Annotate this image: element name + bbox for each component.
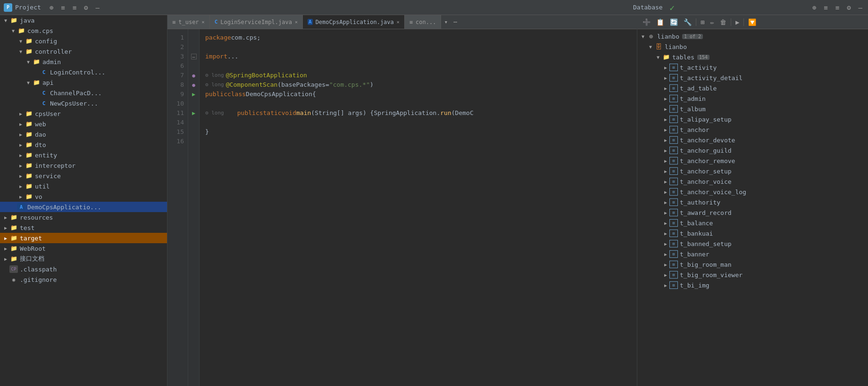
tree-item-webroot[interactable]: ▶ 📁 WebRoot: [0, 243, 167, 254]
db-table-t-activity[interactable]: ▶ ⊞ t_activity: [637, 62, 868, 73]
label-service: service: [35, 172, 61, 180]
gutter-9[interactable]: ▶: [188, 90, 199, 99]
run-icon-11[interactable]: ▶: [192, 110, 195, 116]
db-delete-btn[interactable]: 🗑: [718, 18, 728, 26]
db-table-t-album[interactable]: ▶ ⊞ t_album: [637, 104, 868, 114]
db-table-t-activity-detail[interactable]: ▶ ⊞ t_activity_detail: [637, 73, 868, 83]
db-table-t-authority[interactable]: ▶ ⊞ t_authority: [637, 197, 868, 207]
tree-item-web[interactable]: ▶ 📁 web: [0, 119, 167, 129]
db-table-t-anchor-remove[interactable]: ▶ ⊞ t_anchor_remove: [637, 156, 868, 166]
db-table-t-alipay-setup[interactable]: ▶ ⊞ t_alipay_setup: [637, 114, 868, 124]
db-table-t-anchor-devote[interactable]: ▶ ⊞ t_anchor_devote: [637, 135, 868, 145]
tree-item-logincontrol[interactable]: C LoginControl...: [0, 67, 167, 77]
tree-item-admin[interactable]: ▼ 📁 admin: [0, 57, 167, 67]
db-table-t-admin[interactable]: ▶ ⊞ t_admin: [637, 93, 868, 104]
label-test: test: [20, 224, 34, 231]
db-table-t-anchor[interactable]: ▶ ⊞ t_anchor: [637, 124, 868, 135]
db-minimize-icon[interactable]: —: [857, 3, 864, 12]
tree-item-democps[interactable]: A DemoCpsApplicatio...: [0, 202, 167, 212]
tree-item-vo[interactable]: ▶ 📁 vo: [0, 191, 167, 202]
db-table-t-ad-table[interactable]: ▶ ⊞ t_ad_table: [637, 83, 868, 93]
sort-icon[interactable]: ≡: [59, 3, 67, 12]
tab-t-user[interactable]: ≡ t_user ✕: [167, 15, 210, 29]
gutter-11[interactable]: ▶: [188, 108, 199, 118]
line-6: 6: [169, 61, 184, 71]
minimize-icon[interactable]: —: [94, 3, 101, 12]
db-conn-lianbo[interactable]: ▼ ⊕ lianbo 1 of 2: [637, 31, 868, 41]
db-table-t-big-room-viewer[interactable]: ▶ ⊞ t_big_room_viewer: [637, 270, 868, 280]
tab-close-loginservice[interactable]: ✕: [295, 19, 298, 25]
db-edit-btn[interactable]: ✏: [709, 18, 715, 26]
db-refresh-btn[interactable]: 🔄: [668, 18, 679, 26]
db-badge-tables: 154: [697, 55, 709, 60]
bookmark-7: ●: [192, 73, 195, 79]
tree-item-newcpsuser[interactable]: C NewCpsUser...: [0, 98, 167, 108]
db-add-btn[interactable]: ➕: [641, 18, 652, 26]
db-settings-icon[interactable]: ⚙: [845, 3, 852, 12]
tree-item-test[interactable]: ▶ 📁 test: [0, 222, 167, 233]
tab-close-tuser[interactable]: ✕: [202, 19, 205, 25]
db-collapse-icon[interactable]: ≡: [834, 3, 841, 12]
db-run-btn[interactable]: ▶: [734, 18, 741, 26]
database-toolbar-icons: ⊕ ≡ ≡ ⚙ —: [810, 3, 864, 12]
settings-icon[interactable]: ⚙: [82, 3, 90, 12]
db-table-t-banned-setup[interactable]: ▶ ⊞ t_banned_setup: [637, 238, 868, 249]
kw-void: void: [282, 108, 296, 118]
tree-item-apidoc[interactable]: ▶ 📁 接口文档: [0, 254, 167, 264]
tab-con[interactable]: ≡ con...: [405, 15, 442, 29]
globe-icon[interactable]: ⊕: [48, 3, 55, 12]
tree-item-controller[interactable]: ▼ 📁 controller: [0, 46, 167, 57]
folder-icon-comcps: 📁: [17, 27, 25, 34]
db-tables-folder[interactable]: ▼ 📁 tables 154: [637, 52, 868, 62]
tree-item-channelpac[interactable]: C ChannelPacD...: [0, 88, 167, 98]
tab-dropdown[interactable]: ▾: [441, 18, 451, 25]
gutter-3[interactable]: —: [188, 52, 199, 61]
db-globe-icon[interactable]: ⊕: [810, 3, 818, 12]
db-table-t-bi-img[interactable]: ▶ ⊞ t_bi_img: [637, 280, 868, 290]
tree-item-resources[interactable]: ▶ 📁 resources: [0, 212, 167, 222]
tree-item-target[interactable]: ▶ 📁 target: [0, 233, 167, 243]
tab-close-democps[interactable]: ✕: [397, 19, 400, 25]
db-sort-icon[interactable]: ≡: [822, 3, 829, 12]
label-newcpsuser: NewCpsUser...: [50, 100, 98, 107]
db-copy-btn[interactable]: 📋: [655, 18, 666, 26]
tree-item-cpsuser[interactable]: ▶ 📁 cpsUser: [0, 108, 167, 119]
db-table-t-banner[interactable]: ▶ ⊞ t_banner: [637, 249, 868, 259]
tree-item-config[interactable]: ▼ 📁 config: [0, 36, 167, 46]
db-table-t-anchor-voice-log[interactable]: ▶ ⊞ t_anchor_voice_log: [637, 187, 868, 197]
db-table-t-anchor-setup[interactable]: ▶ ⊞ t_anchor_setup: [637, 166, 868, 176]
tree-item-gitignore[interactable]: ◉ .gitignore: [0, 274, 167, 285]
db-table-t-award-record[interactable]: ▶ ⊞ t_award_record: [637, 207, 868, 218]
db-toolbar: ➕ 📋 🔄 🔧 ⊞ ✏ 🗑 ▶ 🔽: [637, 15, 868, 29]
db-filter-btn[interactable]: 🔽: [747, 18, 758, 26]
tree-item-dao[interactable]: ▶ 📁 dao: [0, 129, 167, 140]
db-arrow-t-big-room-viewer: ▶: [662, 272, 669, 278]
run-icon-9[interactable]: ▶: [192, 91, 195, 98]
db-table-btn[interactable]: ⊞: [699, 18, 706, 26]
tab-loginservice[interactable]: C LoginServiceImpl.java ✕: [210, 15, 303, 29]
tab-democps[interactable]: A DemoCpsApplication.java ✕: [303, 15, 405, 29]
db-table-t-bankuai[interactable]: ▶ ⊞ t_bankuai: [637, 228, 868, 238]
arrow-cpsuser: ▶: [17, 111, 25, 116]
tree-item-util[interactable]: ▶ 📁 util: [0, 181, 167, 191]
folder-icon-vo: 📁: [25, 193, 33, 200]
db-table-t-anchor-voice[interactable]: ▶ ⊞ t_anchor_voice: [637, 176, 868, 187]
tree-item-classpath[interactable]: CP .classpath: [0, 264, 167, 274]
db-schema-lianbo[interactable]: ▼ 🗄 lianbo: [637, 41, 868, 52]
tree-item-dto[interactable]: ▶ 📁 dto: [0, 140, 167, 150]
db-table-t-anchor-guild[interactable]: ▶ ⊞ t_anchor_guild: [637, 145, 868, 156]
tree-item-java[interactable]: ▼ 📁 java: [0, 15, 167, 25]
tree-item-entity[interactable]: ▶ 📁 entity: [0, 150, 167, 160]
collapse-icon[interactable]: ≡: [71, 3, 78, 12]
tree-item-service[interactable]: ▶ 📁 service: [0, 171, 167, 181]
tab-overflow[interactable]: ⋯: [451, 18, 460, 25]
db-table-t-balance[interactable]: ▶ ⊞ t_balance: [637, 218, 868, 228]
db-tree: ▼ ⊕ lianbo 1 of 2 ▼ 🗄 lianbo ▼ 📁 tables …: [637, 29, 868, 386]
tree-item-api[interactable]: ▼ 📁 api: [0, 77, 167, 88]
db-folder-icon-tables: 📁: [662, 53, 670, 61]
collapse-icon[interactable]: —: [191, 54, 197, 59]
tree-item-interceptor[interactable]: ▶ 📁 interceptor: [0, 160, 167, 171]
db-table-t-big-room-man[interactable]: ▶ ⊞ t_big_room_man: [637, 259, 868, 270]
db-config-btn[interactable]: 🔧: [682, 18, 693, 26]
tree-item-comcps[interactable]: ▼ 📁 com.cps: [0, 25, 167, 36]
